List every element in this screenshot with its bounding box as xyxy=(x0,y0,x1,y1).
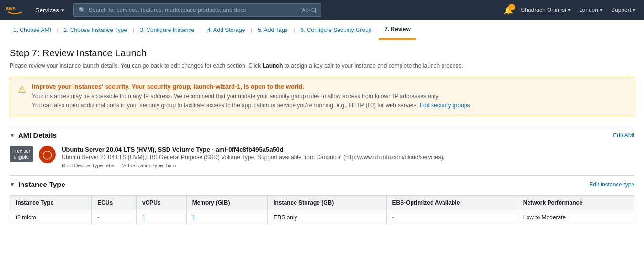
ami-section-header: ▼ AMI Details Edit AMI xyxy=(10,126,634,142)
chevron-down-icon: ▾ xyxy=(568,7,570,13)
warning-icon: ⚠ xyxy=(18,83,26,95)
instance-toggle[interactable]: ▼ xyxy=(10,181,15,188)
table-header-row: Instance Type ECUs vCPUs Memory (GiB) In… xyxy=(10,196,634,210)
ami-section-title: ▼ AMI Details xyxy=(10,131,57,139)
col-instance-type: Instance Type xyxy=(10,196,92,210)
svg-text:aws: aws xyxy=(6,5,16,11)
ami-info-block: Ubuntu Server 20.04 LTS (HVM), SSD Volum… xyxy=(62,146,634,168)
warning-line1: Your instances may be accessible from an… xyxy=(32,92,470,101)
wizard-step-5[interactable]: 5. Add Tags xyxy=(252,27,294,33)
main-content: Step 7: Review Instance Launch Please re… xyxy=(0,40,644,279)
search-icon: 🔍 xyxy=(78,7,86,14)
cell-vcpus[interactable]: 1 xyxy=(136,210,186,225)
notification-badge: 1 xyxy=(508,4,515,10)
col-vcpus: vCPUs xyxy=(136,196,186,210)
page-subtitle: Please review your instance launch detai… xyxy=(10,62,634,69)
wizard-step-4[interactable]: 4. Add Storage xyxy=(201,27,251,33)
wizard-step-1[interactable]: 1. Choose AMI xyxy=(8,27,57,33)
ami-name: Ubuntu Server 20.04 LTS (HVM), SSD Volum… xyxy=(62,146,634,153)
aws-logo: aws xyxy=(6,3,24,17)
ami-desc: Ubuntu Server 20.04 LTS (HVM),EBS Genera… xyxy=(62,154,634,161)
edit-security-groups-link[interactable]: Edit security groups xyxy=(420,102,470,109)
cell-storage: EBS only xyxy=(268,210,386,225)
wizard-steps: 1. Choose AMI | 2. Choose Instance Type … xyxy=(0,20,644,40)
instance-section-header: ▼ Instance Type Edit instance type xyxy=(10,175,634,191)
ami-meta: Root Device Type: ebs Virtualization typ… xyxy=(62,163,634,168)
ami-details-row: Free tier eligible ◯ Ubuntu Server 20.04… xyxy=(10,142,634,172)
services-menu-button[interactable]: Services ▾ xyxy=(32,5,68,16)
instance-type-table: Instance Type ECUs vCPUs Memory (GiB) In… xyxy=(10,195,634,225)
notifications-bell[interactable]: 🔔 1 xyxy=(504,6,513,15)
table-row: t2.micro - 1 1 EBS only - Low to Moderat… xyxy=(10,210,634,225)
cell-instance-type: t2.micro xyxy=(10,210,92,225)
col-network: Network Performance xyxy=(517,196,634,210)
col-storage: Instance Storage (GB) xyxy=(268,196,386,210)
ami-toggle[interactable]: ▼ xyxy=(10,132,15,139)
support-menu-button[interactable]: Support ▾ xyxy=(608,5,638,15)
global-search-bar: 🔍 [Alt+S] xyxy=(73,3,321,17)
user-menu-button[interactable]: Shadrach Onimisi ▾ xyxy=(518,5,573,15)
col-ecus: ECUs xyxy=(92,196,137,210)
search-input[interactable] xyxy=(89,7,297,13)
ami-ubuntu-icon: ◯ xyxy=(39,146,56,163)
warning-content: Improve your instances' security. Your s… xyxy=(32,83,470,110)
top-navigation: aws Services ▾ 🔍 [Alt+S] 🔔 1 Shadrach On… xyxy=(0,0,644,20)
cell-ebs-optimized: - xyxy=(386,210,517,225)
wizard-step-7[interactable]: 7. Review xyxy=(379,20,416,40)
col-ebs: EBS-Optimized Available xyxy=(386,196,517,210)
chevron-down-icon: ▾ xyxy=(600,7,602,13)
search-shortcut: [Alt+S] xyxy=(300,7,316,13)
cell-network: Low to Moderate xyxy=(517,210,634,225)
edit-ami-link[interactable]: Edit AMI xyxy=(613,132,634,139)
wizard-step-2[interactable]: 2. Choose Instance Type xyxy=(58,27,133,33)
edit-instance-type-link[interactable]: Edit instance type xyxy=(589,181,634,188)
col-memory: Memory (GiB) xyxy=(186,196,268,210)
chevron-down-icon: ▾ xyxy=(633,7,635,13)
chevron-down-icon: ▾ xyxy=(61,7,64,14)
nav-right-section: 🔔 1 Shadrach Onimisi ▾ London ▾ Support … xyxy=(504,5,638,15)
cell-memory[interactable]: 1 xyxy=(186,210,268,225)
instance-section-title: ▼ Instance Type xyxy=(10,180,65,188)
region-menu-button[interactable]: London ▾ xyxy=(576,5,605,15)
wizard-step-3[interactable]: 3. Configure Instance xyxy=(134,27,200,33)
wizard-step-6[interactable]: 6. Configure Security Group xyxy=(295,27,378,33)
security-warning-box: ⚠ Improve your instances' security. Your… xyxy=(10,77,634,116)
free-tier-badge: Free tier eligible xyxy=(10,146,33,162)
page-title: Step 7: Review Instance Launch xyxy=(10,48,634,59)
warning-line2: You can also open additional ports in yo… xyxy=(32,101,470,110)
cell-ecus: - xyxy=(92,210,137,225)
warning-title: Improve your instances' security. Your s… xyxy=(32,83,470,90)
